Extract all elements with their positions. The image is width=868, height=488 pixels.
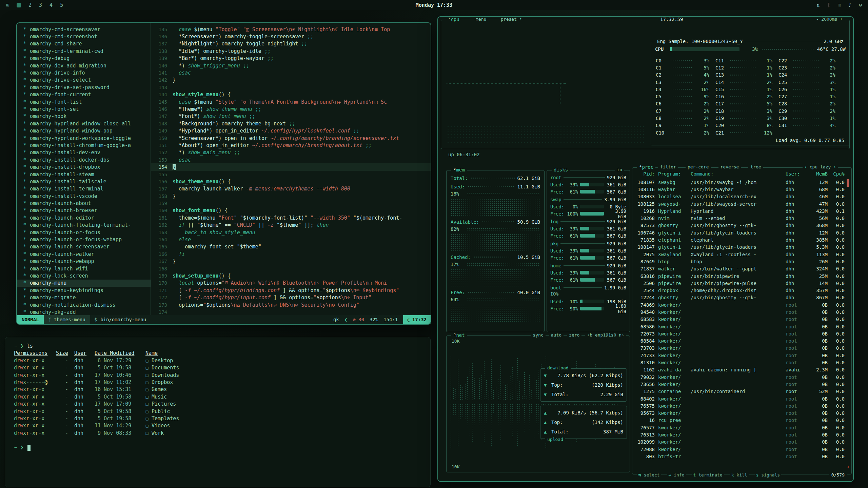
process-row[interactable]: 76313kworker/root0B0.0	[636, 431, 845, 438]
workspace-4[interactable]: 4	[50, 2, 53, 8]
code-line[interactable]: 161 theme=$(menu "Font" "$(omarchy-font-…	[151, 214, 431, 221]
code-line[interactable]: 160show_font_menu() {	[151, 207, 431, 214]
file-item[interactable]: *omarchy-font-current	[17, 91, 151, 98]
process-row[interactable]: 72073kworker/root0B0.0	[636, 330, 845, 337]
file-item[interactable]: *omarchy-font-set	[17, 105, 151, 113]
code-line[interactable]: 151 *About*) open_in_editor ~/.config/om…	[151, 142, 431, 149]
proc-option-per-core[interactable]: per-core	[686, 164, 711, 169]
col-command[interactable]: Command:	[691, 171, 786, 177]
process-row[interactable]: 73703kworker/root0B0.0	[636, 345, 845, 352]
sort-next-icon[interactable]: ›	[833, 164, 836, 169]
process-row[interactable]: 63816pipewire/usr/bin/pipewiredhh25M0.0	[636, 272, 845, 280]
net-option-1[interactable]: auto	[549, 332, 564, 338]
file-item[interactable]: *omarchy-cmd-screensaver	[17, 26, 151, 33]
code-line[interactable]: 153 esac	[151, 156, 431, 163]
process-row[interactable]: 73656kworker/root0B0.0	[636, 381, 845, 388]
scroll-down-icon[interactable]: ↓	[847, 464, 850, 469]
code-line[interactable]: 136 *Screensaver*) omarchy-toggle-screen…	[151, 33, 431, 40]
power-icon[interactable]: ⊙	[859, 2, 862, 8]
process-row[interactable]: 2506pipewire/usr/bin/pipewire-pulsedhh14…	[636, 280, 845, 287]
file-item[interactable]: *omarchy-hyprland-window-close-all	[17, 120, 151, 127]
updates-icon[interactable]: ⇅	[817, 2, 820, 8]
process-row[interactable]: 76575kworker/root0B0.0	[636, 402, 845, 409]
proc-option-tree[interactable]: tree	[748, 164, 763, 169]
process-row[interactable]: 16rcu_preeroot0B0.0	[636, 417, 845, 424]
proc-option-reverse[interactable]: reverse	[718, 164, 741, 169]
code-line[interactable]: 156show_theme_menu() {	[151, 178, 431, 185]
file-item[interactable]: *omarchy-install-vscode	[17, 192, 151, 200]
col-user[interactable]: User:	[786, 171, 807, 177]
process-row[interactable]: 108125swayosd-/usr/lib/swayosd-serverdhh…	[636, 200, 845, 207]
proc-action-terminate[interactable]: t terminate	[692, 472, 724, 477]
bluetooth-icon[interactable]: ᛒ	[827, 2, 830, 8]
code-line[interactable]: 152 *) show_main_menu ;;	[151, 149, 431, 156]
code-line[interactable]: 170 local options="♬ Audio\n≋ Wifi\nᛒ Bl…	[151, 280, 431, 287]
code-line[interactable]: 143	[151, 84, 431, 91]
volume-icon[interactable]: ♪	[848, 2, 851, 8]
menu-button[interactable]: menu	[474, 17, 488, 22]
file-item[interactable]: *omarchy-install-chromium-google-a	[17, 142, 151, 149]
clock[interactable]: Monday 17:33	[416, 2, 452, 8]
code-line[interactable]: 147 *Font*) show_font_menu ;;	[151, 113, 431, 120]
process-row[interactable]: 68402kworker/root0B0.0	[636, 395, 845, 402]
sort-prev-icon[interactable]: ‹	[804, 164, 807, 169]
code-line[interactable]: 142}	[151, 77, 431, 84]
launcher-icon[interactable]: ⊞	[6, 2, 9, 8]
net-option-3[interactable]: ‹b enp191s0 n›	[585, 332, 626, 338]
file-item[interactable]: *omarchy-migrate	[17, 294, 151, 301]
code-line[interactable]: 171 [ -f ~/.config/hypr/bindings.conf ] …	[151, 287, 431, 294]
file-item[interactable]: *omarchy-lock-screen	[17, 272, 151, 279]
sort-control[interactable]: ‹ cpu lazy ›	[803, 164, 838, 169]
code-line[interactable]: 146 *Theme*) show_theme_menu ;;	[151, 105, 431, 113]
proc-action-signals[interactable]: s signals	[755, 472, 781, 477]
file-item[interactable]: *omarchy-cmd-screenshot	[17, 33, 151, 40]
process-row[interactable]: 74869kworker/root0B0.0	[636, 301, 845, 308]
col-cpu[interactable]: Cpu%	[828, 171, 845, 177]
workspace-1-active[interactable]	[17, 3, 21, 7]
col-program[interactable]: Program:	[658, 171, 691, 177]
col-pid[interactable]: Pid:	[636, 171, 658, 177]
code-line[interactable]: 144show_style_menu() {	[151, 91, 431, 98]
file-item[interactable]: *omarchy-launch-walker	[17, 250, 151, 258]
net-option-0[interactable]: sync	[531, 332, 545, 338]
file-item[interactable]: *omarchy-install-steam	[17, 171, 151, 178]
process-row[interactable]: 10268nvimnvim --embeddhh56M0.0	[636, 215, 845, 222]
file-item[interactable]: *omarchy-install-tailscale	[17, 178, 151, 185]
code-line[interactable]: 174	[151, 308, 431, 315]
process-row[interactable]: 12244ghostty/usr/bin/ghostty --gtk-dhh86…	[636, 294, 845, 301]
code-line[interactable]: 141 esac	[151, 69, 431, 76]
net-option-2[interactable]: zero	[567, 332, 581, 338]
code-line[interactable]: 169show_setup_menu() {	[151, 272, 431, 279]
file-item[interactable]: *omarchy-launch-browser	[17, 207, 151, 214]
proc-action-kill[interactable]: k kill	[730, 472, 749, 477]
process-row[interactable]: 87573ghostty/usr/bin/ghostty --gtk-dhh36…	[636, 222, 845, 229]
code-line[interactable]: 163 back_to show_style_menu	[151, 229, 431, 236]
code-line[interactable]: 165 omarchy-font-set "$theme"	[151, 243, 431, 250]
file-item[interactable]: *omarchy-debug	[17, 55, 151, 62]
code-line[interactable]: 158}	[151, 192, 431, 200]
code-line[interactable]: 168	[151, 265, 431, 272]
file-item[interactable]: *omarchy-launch-about	[17, 200, 151, 207]
code-line[interactable]: 167}	[151, 258, 431, 265]
workspace-2[interactable]: 2	[28, 2, 32, 8]
wifi-icon[interactable]: ≋	[838, 2, 841, 8]
process-row[interactable]: 1916HyprlandHyprlanddhh423M0.1	[636, 207, 845, 215]
file-item[interactable]: *omarchy-menu	[17, 280, 151, 287]
file-item[interactable]: *omarchy-launch-wifi	[17, 265, 151, 272]
file-item[interactable]: *omarchy-launch-or-focus	[17, 229, 151, 236]
code-line[interactable]: 150 *Screensaver*) open_in_editor ~/.con…	[151, 135, 431, 142]
code-line[interactable]: 162 if [[ "$theme" == "CNCLD" || -z "$th…	[151, 222, 431, 229]
workspace-3[interactable]: 3	[39, 2, 42, 8]
file-item[interactable]: *omarchy-drive-info	[17, 69, 151, 76]
process-row[interactable]: 81310kworker/root0B0.0	[636, 359, 845, 366]
process-row[interactable]: 72088kworker/root0B0.0	[636, 446, 845, 453]
file-item[interactable]: *omarchy-notification-dismiss	[17, 301, 151, 308]
code-line[interactable]: 166 fi	[151, 250, 431, 258]
process-row[interactable]: 68586kworker/root0B0.0	[636, 323, 845, 330]
file-item[interactable]: *omarchy-install-dropbox	[17, 163, 151, 170]
file-item[interactable]: *omarchy-hook	[17, 113, 151, 120]
process-row[interactable]: 87649btopbtopdhh26M0.0	[636, 258, 845, 265]
proc-action-info[interactable]: ↵ info	[667, 472, 686, 477]
code-line[interactable]: 164 else	[151, 236, 431, 243]
file-item[interactable]: *omarchy-install-dev-env	[17, 149, 151, 156]
